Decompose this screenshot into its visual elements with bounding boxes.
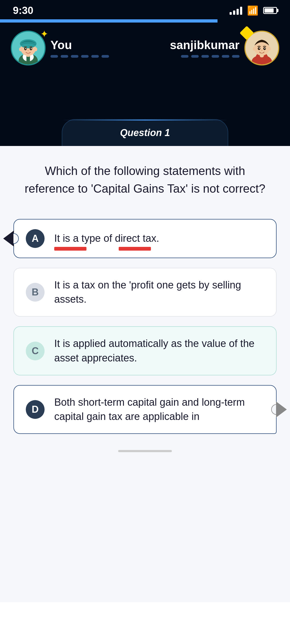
player-left-avatar: ✦ [11,31,46,65]
rdot-4 [212,55,219,58]
dot-6 [102,55,109,58]
dot-2 [61,55,68,58]
option-d-letter: D [32,404,39,415]
avatar-svg-left [12,32,45,64]
svg-point-20 [253,47,256,51]
option-a-notch [13,233,19,244]
svg-point-26 [261,50,263,51]
option-a-text: It is a type of direct tax. [54,233,159,244]
sparkle-icon: ✦ [40,29,48,39]
rdot-5 [222,55,229,58]
question-label: Question 1 [120,127,170,138]
option-b-circle: B [26,283,45,302]
question-label-container: Question 1 [62,119,228,146]
redaction-bar-1 [54,247,86,251]
scroll-indicator [118,450,172,452]
dot-5 [91,55,99,58]
battery-icon [263,7,277,14]
redaction-bar-2 [119,247,151,251]
svg-point-21 [268,47,271,51]
dot-3 [71,55,78,58]
player-left-section: ✦ You [11,31,109,65]
svg-point-14 [27,53,29,54]
arrow-left-indicator [3,230,14,247]
option-a-card[interactable]: A It is a type of direct tax. [13,219,277,258]
rdot-6 [232,55,240,58]
svg-point-13 [27,50,29,51]
player-left-name: You [50,38,109,52]
svg-point-12 [31,48,32,49]
progress-bar-fill [0,19,218,23]
progress-bar-container [0,19,290,23]
option-c-card[interactable]: C It is applied automatically as the val… [13,326,277,375]
player-right-section: sanjibkumar [170,31,279,65]
option-c-text: It is applied automatically as the value… [54,336,264,365]
rdot-3 [201,55,209,58]
option-d-circle: D [26,400,45,419]
rdot-1 [181,55,189,58]
option-c-letter: C [32,345,39,357]
game-header: ✦ You [0,23,290,65]
status-time: 9:30 [13,5,33,16]
option-b-letter: B [32,287,39,298]
status-icons: 📶 [230,5,277,16]
signal-icon [230,6,242,15]
player-left-dots [50,55,109,58]
option-b-card[interactable]: B It is a tax on the 'profit one gets by… [13,268,277,317]
question-label-bg: Question 1 [62,119,228,146]
player-right-name: sanjibkumar [170,38,240,52]
rdot-2 [191,55,199,58]
svg-point-24 [259,48,260,49]
wifi-icon: 📶 [247,5,258,16]
option-b-text: It is a tax on the 'profit one gets by s… [54,278,264,306]
option-d-text: Both short-term capital gain and long-te… [54,395,264,424]
question-text: Which of the following statements with r… [13,162,277,197]
svg-point-25 [264,48,265,49]
dark-section-bottom: Question 1 [0,65,290,146]
option-d-notch-right [271,404,277,415]
dot-4 [81,55,89,58]
player-right-info: sanjibkumar [170,38,240,58]
dot-1 [50,55,58,58]
player-right-dots [181,55,240,58]
status-bar: 9:30 📶 [0,0,290,19]
player-right-avatar [244,31,279,65]
arrow-right-indicator [276,401,287,418]
svg-point-6 [19,47,22,51]
player-left-info: You [50,38,109,58]
option-a-letter: A [32,233,39,244]
options-container: A It is a type of direct tax. B It is a … [13,219,277,434]
content-area: Which of the following statements with r… [0,146,290,602]
option-d-card[interactable]: D Both short-term capital gain and long-… [13,385,277,434]
option-c-circle: C [26,342,45,360]
svg-point-11 [25,48,26,49]
svg-point-7 [34,47,37,51]
option-a-circle: A [26,229,45,248]
